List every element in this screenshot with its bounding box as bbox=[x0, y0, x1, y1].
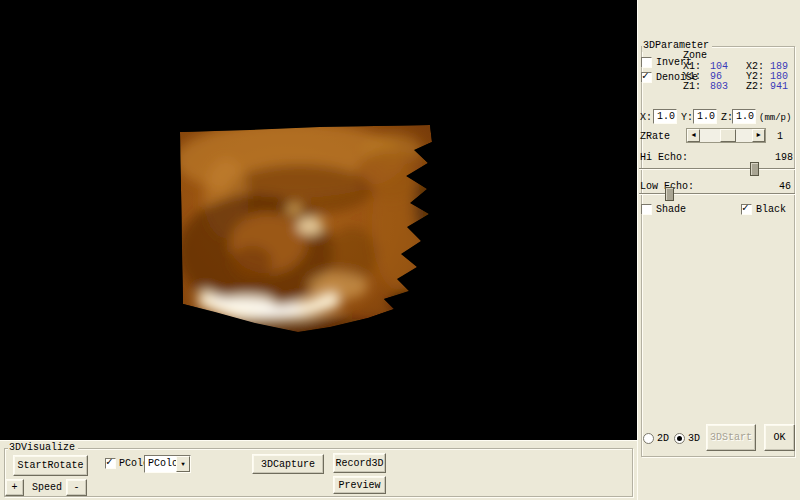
zrate-value: 1 bbox=[777, 131, 783, 143]
start-3d-button[interactable]: 3DStart bbox=[706, 424, 756, 451]
zrate-scroll-left-icon[interactable]: ◄ bbox=[687, 129, 700, 142]
mode-2d-label: 2D bbox=[657, 433, 669, 445]
hi-echo-slider[interactable] bbox=[639, 168, 795, 170]
black-checkbox[interactable] bbox=[741, 204, 752, 215]
mode-2d-radio[interactable] bbox=[643, 433, 654, 444]
speed-label: Speed bbox=[32, 482, 62, 494]
pcolor-checkbox[interactable] bbox=[105, 458, 116, 469]
speed-minus-button[interactable]: - bbox=[66, 479, 87, 496]
zrate-scrollbar-thumb[interactable] bbox=[720, 129, 736, 142]
black-label: Black bbox=[756, 204, 786, 216]
parameter-groupbox: 3DParameter bbox=[641, 46, 795, 457]
scale-unit-label: (mm/p) bbox=[759, 112, 791, 124]
scale-z-input[interactable] bbox=[732, 109, 756, 124]
zone-z2-label: Z2: bbox=[746, 81, 764, 93]
mode-3d-radio[interactable] bbox=[674, 433, 685, 444]
hi-echo-slider-thumb[interactable] bbox=[750, 162, 759, 176]
scale-x-input[interactable] bbox=[653, 109, 677, 124]
zrate-label: ZRate bbox=[640, 131, 670, 143]
start-rotate-button[interactable]: StartRotate bbox=[13, 455, 88, 476]
scale-y-input[interactable] bbox=[693, 109, 717, 124]
render-viewport[interactable] bbox=[0, 0, 637, 440]
speed-plus-button[interactable]: + bbox=[5, 479, 24, 496]
mode-3d-label: 3D bbox=[688, 433, 700, 445]
capture-3d-button[interactable]: 3DCapture bbox=[252, 454, 324, 474]
application-window: 3DParameter Invert Denoise Zone X1: 104 … bbox=[0, 0, 800, 500]
shade-checkbox[interactable] bbox=[641, 204, 652, 215]
low-echo-value: 46 bbox=[779, 181, 791, 193]
preview-button[interactable]: Preview bbox=[333, 476, 386, 494]
zone-z2-value: 941 bbox=[770, 81, 788, 93]
denoise-checkbox[interactable] bbox=[641, 72, 652, 83]
hi-echo-value: 198 bbox=[775, 152, 793, 164]
dropdown-arrow-icon[interactable]: ▼ bbox=[176, 456, 190, 472]
ok-button[interactable]: OK bbox=[764, 424, 795, 451]
pcolor-select[interactable]: PColor ▼ bbox=[144, 455, 191, 473]
scale-x-label: X: bbox=[640, 112, 652, 124]
ultrasound-volume bbox=[0, 0, 637, 440]
scale-y-label: Y: bbox=[681, 112, 693, 124]
shade-label: Shade bbox=[656, 204, 686, 216]
zrate-scroll-right-icon[interactable]: ► bbox=[752, 129, 765, 142]
zone-z1-label: Z1: bbox=[683, 81, 701, 93]
low-echo-slider[interactable] bbox=[639, 193, 795, 195]
record-3d-button[interactable]: Record3D bbox=[333, 453, 386, 473]
low-echo-slider-thumb[interactable] bbox=[665, 187, 674, 201]
invert-checkbox[interactable] bbox=[641, 57, 652, 68]
hi-echo-label: Hi Echo: bbox=[640, 152, 688, 164]
zrate-scrollbar[interactable]: ◄ ► bbox=[686, 128, 766, 143]
zone-z1-value: 803 bbox=[710, 81, 728, 93]
visualize-groupbox-title: 3DVisualize bbox=[8, 442, 78, 454]
